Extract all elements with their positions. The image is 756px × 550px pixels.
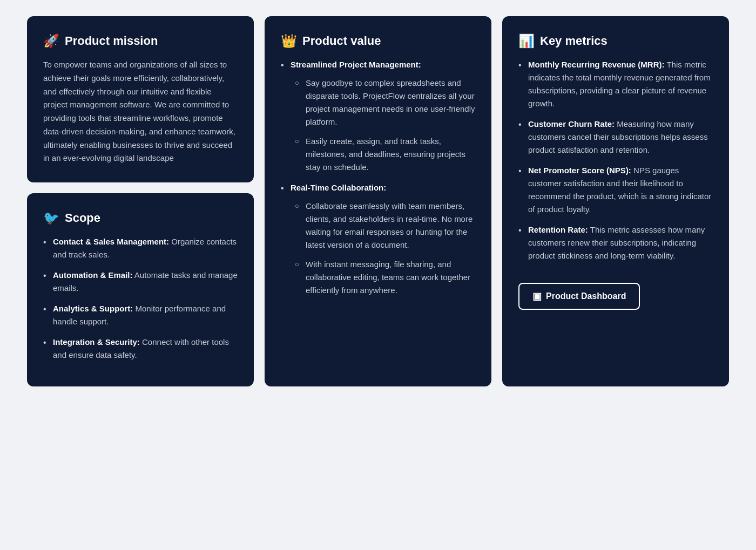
mission-title: 🚀 Product mission	[43, 33, 238, 49]
metrics-title: 📊 Key metrics	[518, 33, 713, 49]
mission-card: 🚀 Product mission To empower teams and o…	[27, 16, 254, 182]
mission-body: To empower teams and organizations of al…	[43, 58, 238, 165]
value-item-label-1: Real-Time Collaboration:	[291, 183, 386, 192]
list-item: Easily create, assign, and track tasks, …	[295, 135, 475, 174]
list-item: Integration & Security: Connect with oth…	[43, 336, 238, 362]
list-item: Say goodbye to complex spreadsheets and …	[295, 77, 475, 128]
metrics-title-text: Key metrics	[540, 34, 608, 48]
list-item: Contact & Sales Management: Organize con…	[43, 235, 238, 261]
metrics-card: 📊 Key metrics Monthly Recurring Revenue …	[502, 16, 729, 386]
metrics-item-label-0: Monthly Recurring Revenue (MRR):	[528, 60, 665, 69]
list-item: Retention Rate: This metric assesses how…	[518, 223, 713, 262]
mission-icon: 🚀	[43, 33, 59, 49]
scope-title: 🐦 Scope	[43, 211, 238, 226]
value-list: Streamlined Project Management: Say good…	[281, 58, 475, 297]
value-card: 👑 Product value Streamlined Project Mana…	[265, 16, 491, 386]
metrics-icon: 📊	[518, 33, 535, 49]
metrics-list: Monthly Recurring Revenue (MRR): This me…	[518, 58, 713, 262]
mission-title-text: Product mission	[65, 34, 158, 48]
list-item: Collaborate seamlessly with team members…	[295, 200, 475, 252]
dashboard-btn-icon: ▣	[532, 290, 542, 302]
scope-item-label-1: Automation & Email:	[53, 270, 133, 280]
list-item: Automation & Email: Automate tasks and m…	[43, 269, 238, 295]
metrics-item-label-2: Net Promoter Score (NPS):	[528, 166, 631, 175]
list-item: Customer Churn Rate: Measuring how many …	[518, 118, 713, 157]
scope-icon: 🐦	[43, 211, 59, 226]
metrics-item-label-3: Retention Rate:	[528, 225, 588, 234]
list-item: Streamlined Project Management: Say good…	[281, 58, 475, 174]
list-item: Analytics & Support: Monitor performance…	[43, 302, 238, 328]
product-dashboard-button[interactable]: ▣ Product Dashboard	[518, 283, 640, 310]
list-item: Net Promoter Score (NPS): NPS gauges cus…	[518, 164, 713, 216]
value-title: 👑 Product value	[281, 33, 475, 49]
list-item: With instant messaging, file sharing, an…	[295, 258, 475, 297]
value-sublist-1: Collaborate seamlessly with team members…	[295, 200, 475, 297]
scope-item-label-3: Integration & Security:	[53, 337, 140, 347]
dashboard-btn-label: Product Dashboard	[546, 291, 626, 301]
list-item: Real-Time Collaboration: Collaborate sea…	[281, 181, 475, 297]
list-item: Monthly Recurring Revenue (MRR): This me…	[518, 58, 713, 110]
value-sublist-0: Say goodbye to complex spreadsheets and …	[295, 77, 475, 174]
scope-title-text: Scope	[65, 211, 100, 225]
scope-item-label-2: Analytics & Support:	[53, 304, 133, 313]
scope-card: 🐦 Scope Contact & Sales Management: Orga…	[27, 193, 254, 386]
value-item-label-0: Streamlined Project Management:	[291, 60, 421, 69]
value-icon: 👑	[281, 33, 297, 49]
scope-list: Contact & Sales Management: Organize con…	[43, 235, 238, 362]
main-grid: 🚀 Product mission To empower teams and o…	[27, 16, 729, 386]
scope-item-label-0: Contact & Sales Management:	[53, 237, 169, 246]
metrics-item-label-1: Customer Churn Rate:	[528, 119, 615, 128]
value-title-text: Product value	[302, 34, 381, 48]
